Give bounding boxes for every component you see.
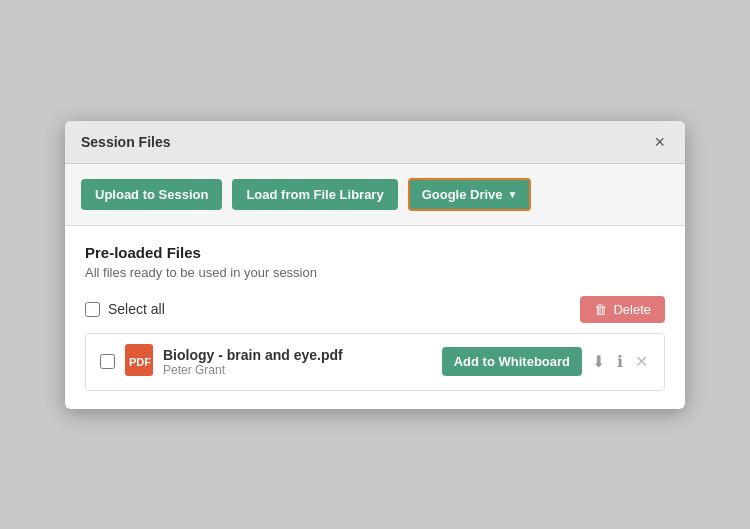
select-all-left: Select all xyxy=(85,301,165,317)
file-list: PDF Biology - brain and eye.pdf Peter Gr… xyxy=(85,333,665,391)
remove-file-icon[interactable]: ✕ xyxy=(633,350,650,373)
close-button[interactable]: × xyxy=(650,131,669,153)
add-to-whiteboard-button[interactable]: Add to Whiteboard xyxy=(442,347,582,376)
trash-icon: 🗑 xyxy=(594,302,607,317)
info-icon[interactable]: ℹ xyxy=(615,350,625,373)
file-name: Biology - brain and eye.pdf xyxy=(163,347,432,363)
download-icon[interactable]: ⬇ xyxy=(590,350,607,373)
section-title: Pre-loaded Files xyxy=(85,244,665,261)
delete-button[interactable]: 🗑 Delete xyxy=(580,296,665,323)
modal-toolbar: Upload to Session Load from File Library… xyxy=(65,164,685,226)
load-file-library-button[interactable]: Load from File Library xyxy=(232,179,397,210)
file-info: Biology - brain and eye.pdf Peter Grant xyxy=(163,347,432,377)
google-drive-button[interactable]: Google Drive ▼ xyxy=(408,178,532,211)
file-checkbox[interactable] xyxy=(100,354,115,369)
section-subtitle: All files ready to be used in your sessi… xyxy=(85,265,665,280)
table-row: PDF Biology - brain and eye.pdf Peter Gr… xyxy=(86,334,664,390)
upload-to-session-button[interactable]: Upload to Session xyxy=(81,179,222,210)
modal-title: Session Files xyxy=(81,134,170,150)
file-owner: Peter Grant xyxy=(163,363,432,377)
svg-text:PDF: PDF xyxy=(129,356,151,368)
modal-body: Pre-loaded Files All files ready to be u… xyxy=(65,226,685,409)
pdf-icon: PDF xyxy=(125,344,153,380)
select-all-label: Select all xyxy=(108,301,165,317)
select-all-checkbox[interactable] xyxy=(85,302,100,317)
file-actions: Add to Whiteboard ⬇ ℹ ✕ xyxy=(442,347,650,376)
session-files-modal: Session Files × Upload to Session Load f… xyxy=(65,121,685,409)
chevron-down-icon: ▼ xyxy=(508,189,518,200)
select-all-row: Select all 🗑 Delete xyxy=(85,296,665,323)
modal-header: Session Files × xyxy=(65,121,685,164)
